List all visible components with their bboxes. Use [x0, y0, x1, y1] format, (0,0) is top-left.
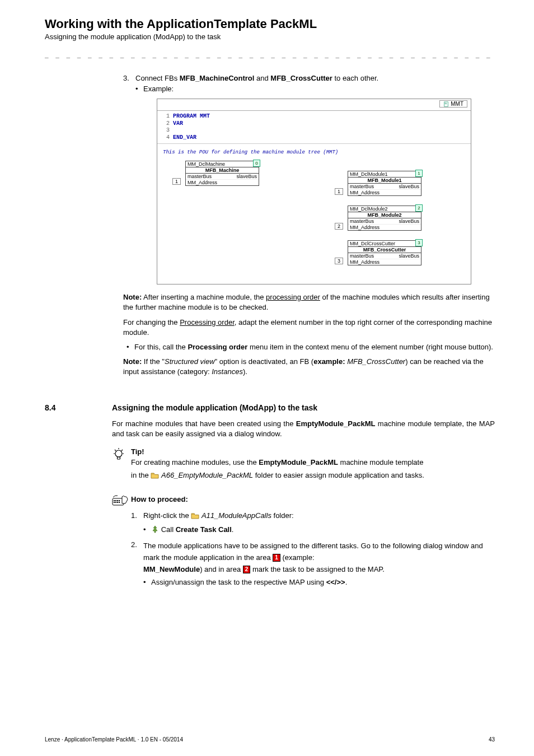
underlined: processing order [266, 293, 320, 301]
editor-tab-mmt[interactable]: MMT [439, 100, 467, 108]
fb-type: MFB_CrossCutter [348, 247, 421, 253]
fb-block-crosscutter[interactable]: 3 3 MM_DclCrossCutter MFB_CrossCutter ma… [348, 240, 421, 265]
step-number: 1. [131, 511, 143, 537]
port: masterBus [350, 218, 374, 224]
port: masterBus [350, 184, 374, 189]
text: For creating machine modules, use the [131, 458, 259, 466]
svg-rect-18 [119, 502, 120, 503]
text: and [254, 74, 270, 82]
step-number: 3. [123, 74, 135, 95]
fb-type: MFB_Module2 [348, 212, 421, 218]
step-number: 2. [131, 540, 143, 588]
howto-title: How to proceed: [131, 495, 188, 503]
text: folder to easier assign module applicati… [253, 471, 424, 479]
bold: EmptyModule_PackML [259, 458, 338, 466]
howto-heading: How to proceed: [112, 495, 495, 508]
port: slaveBus [236, 174, 257, 179]
step-text: Connect FBs MFB_MachineControl and MFB_C… [135, 74, 495, 95]
svg-rect-11 [114, 500, 115, 501]
fb-name: MFB_CrossCutter [270, 74, 332, 82]
text: For this, call the [134, 343, 188, 351]
italic: MFB_CrossCutter [347, 357, 405, 366]
folder-name: A11_ModuleAppCalls [202, 511, 271, 520]
example-label: Example: [143, 85, 174, 93]
tip-title: Tip! [131, 447, 424, 456]
tip-text-2: in the A66_EmptyModule_PackML folder to … [131, 471, 424, 480]
section-intro: For machine modules that have been creat… [112, 419, 495, 438]
section-heading: 8.4 Assigning the module application (Mo… [45, 403, 495, 412]
text: folder: [271, 511, 294, 520]
text: Call [161, 525, 176, 534]
keys: <</>> [326, 578, 345, 586]
howto-step-1: 1. Right-click the A11_ModuleAppCalls fo… [131, 511, 495, 537]
svg-rect-16 [115, 502, 116, 503]
para-change-order: For changing the Processing order, adapt… [123, 318, 495, 337]
text: Assign/unassign the task to the respecti… [151, 578, 326, 586]
input-index: 1 [172, 178, 181, 185]
bold: Processing order [188, 343, 247, 351]
folder-name: A66_EmptyModule_PackML [161, 471, 253, 479]
text: ). [243, 367, 247, 376]
text: to each other. [332, 74, 378, 82]
processing-order[interactable]: 0 [253, 160, 260, 167]
text: mark the task to be assigned to the MAP. [252, 565, 385, 573]
text: (example: [282, 553, 314, 562]
page-title: Working with the ApplicationTemplate Pac… [45, 17, 495, 31]
text: Connect FBs [135, 74, 180, 82]
processing-order[interactable]: 2 [415, 204, 423, 212]
underlined: Processing order [180, 318, 235, 326]
fbd-diagram: This is the POU for defining the machine… [157, 144, 471, 284]
svg-line-9 [121, 450, 123, 451]
note-processing-order: Note: After inserting a machine module, … [123, 292, 495, 312]
text: The module applications have to be assig… [143, 540, 495, 575]
svg-rect-12 [115, 500, 116, 501]
text: After inserting a machine module, the [142, 293, 266, 301]
port: MM_Address [348, 189, 421, 195]
page-subtitle: Assigning the module application (ModApp… [45, 32, 495, 41]
tip-text: For creating machine modules, use the Em… [131, 458, 424, 466]
code-line: PROGRAM MMT [173, 113, 210, 119]
port: slaveBus [399, 253, 419, 259]
text: For machine modules that have been creat… [112, 419, 296, 428]
instance-name: MM_DclMachine [186, 161, 259, 167]
port: masterBus [350, 253, 374, 259]
port: slaveBus [399, 218, 419, 224]
bullet-text: Assign/unassign the task to the respecti… [151, 578, 347, 586]
processing-order[interactable]: 3 [415, 239, 423, 246]
bullet-text: For this, call the Processing order menu… [134, 343, 493, 351]
text: Right-click the [143, 511, 191, 520]
text: For changing the [123, 318, 180, 326]
processing-order[interactable]: 1 [415, 170, 423, 177]
note-structured-view: Note: If the "Structured view" option is… [123, 357, 495, 376]
section-number: 8.4 [45, 403, 112, 412]
instance-name: MM_DclModule1 [348, 171, 421, 178]
text: machine module template [338, 458, 423, 466]
code-line: END_VAR [173, 134, 196, 141]
code-block: 1PROGRAM MMT 2VAR 3 4END_VAR [157, 111, 471, 144]
input-index: 1 [335, 188, 343, 195]
keyboard-hand-icon [112, 495, 131, 508]
bullet: • [143, 525, 151, 535]
bold: example: [313, 357, 345, 366]
svg-rect-2 [445, 104, 447, 104]
fb-block-module2[interactable]: 2 2 MM_DclModule2 MFB_Module2 masterBuss… [348, 206, 421, 231]
svg-rect-14 [119, 500, 120, 501]
folder-icon [191, 512, 199, 521]
fb-name: MFB_MachineControl [180, 74, 255, 82]
fb-block-machine[interactable]: 0 1 MM_DclMachine MFB_Machine masterBuss… [185, 161, 259, 186]
bullet: • [127, 343, 134, 351]
step-3: 3. Connect FBs MFB_MachineControl and MF… [123, 74, 495, 95]
port: MM_Address [348, 259, 421, 265]
page-footer: Lenze · ApplicationTemplate PackML · 1.0… [45, 736, 495, 743]
action-icon [151, 525, 159, 535]
text: . [232, 525, 234, 534]
text: " option is deactivated, an FB ( [215, 357, 314, 366]
bullet-text: Call Create Task Call. [151, 525, 233, 535]
tab-label: MMT [451, 101, 463, 107]
fb-block-module1[interactable]: 1 1 MM_DclModule1 MFB_Module1 masterBuss… [348, 171, 421, 196]
svg-line-8 [115, 450, 116, 451]
pou-comment: This is the POU for defining the machine… [163, 150, 465, 155]
port: MM_Address [186, 179, 259, 185]
text: . [345, 578, 348, 586]
port: MM_Address [348, 224, 421, 230]
